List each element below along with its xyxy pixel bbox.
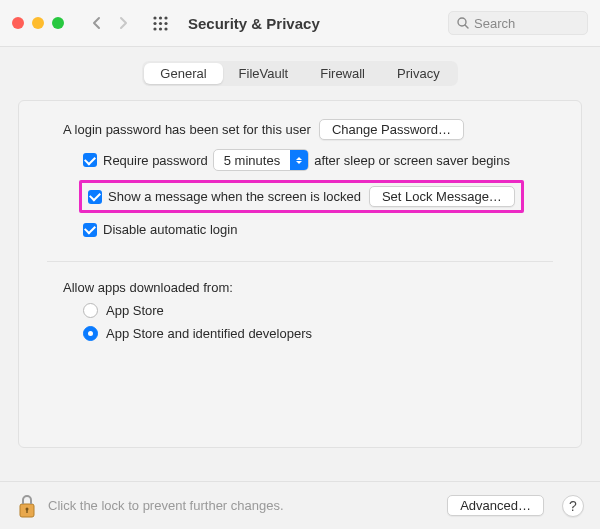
show-message-label: Show a message when the screen is locked xyxy=(108,189,361,204)
require-password-suffix: after sleep or screen saver begins xyxy=(314,153,510,168)
require-password-delay-value: 5 minutes xyxy=(214,153,290,168)
require-password-label: Require password xyxy=(103,153,208,168)
disable-auto-login-row: Disable automatic login xyxy=(83,222,553,237)
radio-identified-label: App Store and identified developers xyxy=(106,326,312,341)
back-button[interactable] xyxy=(88,15,104,31)
titlebar: Security & Privacy Search xyxy=(0,0,600,46)
disable-auto-login-label: Disable automatic login xyxy=(103,222,237,237)
search-icon xyxy=(457,17,469,29)
close-window-button[interactable] xyxy=(12,17,24,29)
content: General FileVault Firewall Privacy A log… xyxy=(0,47,600,448)
select-caret-icon xyxy=(290,150,308,170)
svg-point-6 xyxy=(153,27,156,30)
general-panel: A login password has been set for this u… xyxy=(18,100,582,448)
downloads-radio-group: App Store App Store and identified devel… xyxy=(83,303,553,341)
svg-point-0 xyxy=(153,16,156,19)
tab-filevault[interactable]: FileVault xyxy=(223,63,305,84)
tabbar: General FileVault Firewall Privacy xyxy=(18,61,582,86)
show-message-checkbox[interactable] xyxy=(88,190,102,204)
set-lock-message-button[interactable]: Set Lock Message… xyxy=(369,186,515,207)
nav-arrows xyxy=(88,15,132,31)
password-set-row: A login password has been set for this u… xyxy=(63,119,553,140)
advanced-button[interactable]: Advanced… xyxy=(447,495,544,516)
window-controls xyxy=(12,17,64,29)
svg-point-5 xyxy=(164,21,167,24)
show-message-highlight: Show a message when the screen is locked… xyxy=(79,180,553,213)
radio-app-store-label: App Store xyxy=(106,303,164,318)
radio-identified-row: App Store and identified developers xyxy=(83,326,553,341)
password-set-text: A login password has been set for this u… xyxy=(63,122,311,137)
svg-rect-13 xyxy=(26,509,27,513)
svg-point-1 xyxy=(158,16,161,19)
zoom-window-button[interactable] xyxy=(52,17,64,29)
svg-point-3 xyxy=(153,21,156,24)
show-all-icon[interactable] xyxy=(152,15,168,31)
svg-point-8 xyxy=(164,27,167,30)
radio-identified-developers[interactable] xyxy=(83,326,98,341)
footer: Click the lock to prevent further change… xyxy=(0,481,600,529)
disable-auto-login-checkbox[interactable] xyxy=(83,223,97,237)
radio-app-store[interactable] xyxy=(83,303,98,318)
tab-firewall[interactable]: Firewall xyxy=(304,63,381,84)
svg-line-10 xyxy=(465,25,468,28)
downloads-heading: Allow apps downloaded from: xyxy=(63,280,553,295)
change-password-button[interactable]: Change Password… xyxy=(319,119,464,140)
tab-privacy[interactable]: Privacy xyxy=(381,63,456,84)
search-input[interactable]: Search xyxy=(448,11,588,35)
require-password-row: Require password 5 minutes after sleep o… xyxy=(83,149,553,171)
require-password-delay-select[interactable]: 5 minutes xyxy=(213,149,309,171)
tab-general[interactable]: General xyxy=(144,63,222,84)
lock-icon[interactable] xyxy=(16,492,38,520)
help-button[interactable]: ? xyxy=(562,495,584,517)
radio-app-store-row: App Store xyxy=(83,303,553,318)
svg-point-4 xyxy=(158,21,161,24)
minimize-window-button[interactable] xyxy=(32,17,44,29)
svg-point-2 xyxy=(164,16,167,19)
svg-point-7 xyxy=(158,27,161,30)
section-separator xyxy=(47,261,553,262)
search-placeholder: Search xyxy=(474,16,515,31)
window-title: Security & Privacy xyxy=(188,15,320,32)
forward-button[interactable] xyxy=(116,15,132,31)
lock-text: Click the lock to prevent further change… xyxy=(48,498,284,513)
require-password-checkbox[interactable] xyxy=(83,153,97,167)
tabs: General FileVault Firewall Privacy xyxy=(142,61,457,86)
